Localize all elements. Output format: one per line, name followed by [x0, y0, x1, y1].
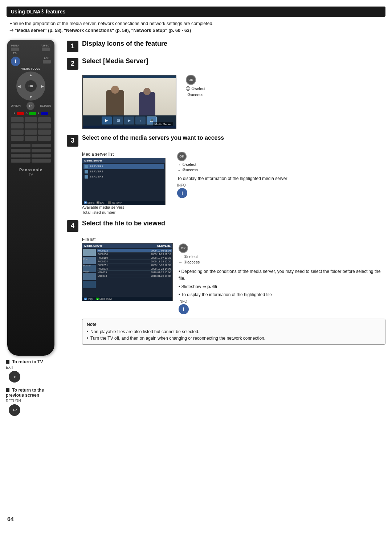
- step-3-number: 3: [67, 135, 78, 147]
- step4-select-row: → ①select: [179, 254, 385, 259]
- bottom-btn-6[interactable]: [32, 154, 51, 158]
- file-list-screen: Media Server SERVER1: [82, 243, 173, 301]
- bottom-btn-5[interactable]: [11, 154, 30, 158]
- file-list-wrap: File list Media Server SERVER1: [82, 237, 173, 301]
- exit-circle-button[interactable]: ●: [9, 371, 20, 383]
- file-row-2: P0001302009-11-29 12:18: [97, 253, 172, 256]
- num-5[interactable]: [25, 123, 37, 128]
- num-1[interactable]: [11, 117, 24, 122]
- server-item-2: SERVER2: [83, 169, 164, 174]
- dpad-left[interactable]: ◀: [18, 84, 21, 88]
- thumb-1: [83, 249, 96, 256]
- note-item-1: Non-playable files are also listed but c…: [87, 328, 381, 335]
- step-2-number: 2: [67, 58, 78, 70]
- step-3-block: 3 Select one of the media servers you wa…: [67, 134, 385, 147]
- server-icon-1: [85, 165, 88, 168]
- menu-button[interactable]: [11, 48, 19, 51]
- file-list-title-bar: Media Server SERVER1: [82, 244, 172, 248]
- exit-group: EXIT: [43, 57, 51, 66]
- dpad-down[interactable]: ▼: [29, 95, 33, 99]
- bottom-btn-3[interactable]: [11, 149, 30, 152]
- step3-access-row: → ②access: [177, 168, 385, 172]
- green-button[interactable]: [29, 112, 36, 115]
- access-label: ②access: [187, 93, 203, 97]
- file-list-footer: ●Play ●Slide show: [82, 297, 172, 301]
- return-button[interactable]: ↩: [26, 102, 34, 110]
- bottom-btn-7[interactable]: [11, 159, 30, 163]
- return-to-prev-control: To return to the previous screen RETURN …: [6, 388, 58, 416]
- color-buttons: R G B: [11, 112, 51, 115]
- server-list-screen: Media Server SERVER1 SERVER2: [82, 158, 165, 205]
- step3-info-text: To display the information of the highli…: [177, 175, 385, 182]
- char-1: [106, 90, 124, 115]
- number-pad: [11, 117, 51, 141]
- step4-note2: • To display the information of the high…: [179, 291, 385, 298]
- num-9[interactable]: [38, 130, 51, 135]
- file-list-col: P0001022009-10-05 09:54 P0001302009-11-2…: [97, 249, 172, 288]
- step4-note1: • Depending on the conditions of the med…: [179, 268, 385, 282]
- note-item-2: Turn the TV off, and then on again when …: [87, 335, 381, 342]
- header-title: Using DLNA® features: [11, 9, 65, 15]
- red-button[interactable]: [17, 112, 24, 115]
- server-icon-2: [85, 170, 88, 173]
- file-list-label: File list: [82, 237, 173, 242]
- dpad[interactable]: ▲ ▼ ◀ ▶ OK: [16, 71, 45, 101]
- server-list-screenshot: Media Server SERVER1 SERVER2: [82, 158, 166, 205]
- info-icon-step3: i: [177, 188, 187, 198]
- footer-return: ↩RETURN: [108, 201, 122, 204]
- step-2-screenshot: ▶ 🖼 ▶ ♪ 💻: [82, 75, 176, 129]
- file-list-body: P0001022009-10-05 09:54 P0001302009-11-2…: [82, 248, 172, 289]
- bottom-btn-2[interactable]: [32, 144, 51, 147]
- info-button[interactable]: i: [11, 57, 20, 66]
- menu-icon-video: ▶: [124, 116, 134, 124]
- dpad-up[interactable]: ▲: [29, 73, 33, 77]
- aspect-button[interactable]: [42, 48, 50, 51]
- bottom-controls: To return to TV EXIT ● To return to the …: [0, 356, 62, 416]
- num-6[interactable]: [38, 123, 51, 128]
- thumb-5: [83, 281, 96, 288]
- file-row-1: P0001022009-10-05 09:54: [97, 249, 172, 253]
- step4-ok-indicator: OK → ①select → ②access: [179, 244, 385, 265]
- bottom-btn-1[interactable]: [11, 144, 30, 147]
- exit-button[interactable]: [43, 60, 51, 64]
- num-8[interactable]: [25, 130, 37, 135]
- blue-button[interactable]: [41, 112, 48, 115]
- num-extra1[interactable]: [25, 136, 37, 141]
- num-4[interactable]: [11, 123, 24, 128]
- footer-slideshow: ●Slide show: [96, 298, 112, 300]
- ok-circle-icon: OK: [186, 75, 196, 85]
- server-item-1: SERVER1: [83, 164, 164, 169]
- bottom-btn-4[interactable]: [32, 149, 51, 152]
- step4-ok-row: OK: [179, 244, 385, 253]
- num-7[interactable]: [11, 130, 24, 135]
- file-row-6: P0002752009-13-23 14:06: [97, 267, 172, 271]
- section-header: Using DLNA® features: [7, 7, 385, 17]
- file-row-5: P0002512009-13-18 12:39: [97, 263, 172, 267]
- footer-exit: ●EXIT: [97, 201, 106, 204]
- tv-screen-inner: ▶ 🖼 ▶ ♪ 💻: [83, 75, 176, 128]
- step-4-block: 4 Select the file to be viewed: [67, 220, 385, 232]
- num-3[interactable]: [38, 117, 51, 122]
- bottom-btn-8[interactable]: [32, 159, 51, 163]
- step-2-block: 2 Select [Media Server]: [67, 57, 385, 70]
- step3-select-row: → ①select: [177, 162, 385, 167]
- menu-icon-media: ▶: [102, 116, 112, 124]
- num-2[interactable]: [25, 117, 37, 122]
- step-3-left: Media server list Media Server SERVER1 S…: [82, 152, 171, 214]
- ok-indicator: OK ① ①select ②access: [186, 75, 205, 97]
- ok-button[interactable]: OK: [25, 80, 37, 92]
- menu-button-group: MENU EB: [11, 44, 19, 54]
- step4-info-label: INFO i: [179, 299, 385, 314]
- file-row-8: M100432010-01-20 10:08: [97, 274, 172, 278]
- total-listed-label: Total listed number: [82, 210, 171, 214]
- file-list-side-labels: Print Format View: [83, 258, 91, 273]
- return-circle-button[interactable]: ↩: [9, 404, 20, 416]
- step3-info-label: INFO i: [177, 183, 385, 198]
- note-box: Note Non-playable files are also listed …: [82, 319, 385, 345]
- return-to-prev-label: To return to the previous screen: [6, 388, 58, 398]
- step-4-content: File list Media Server SERVER1: [82, 237, 385, 314]
- viera-tools-label: VIERA TOOLS: [11, 68, 51, 70]
- num-extra2[interactable]: [38, 136, 51, 141]
- dpad-right[interactable]: ▶: [41, 84, 44, 88]
- num-0[interactable]: [11, 136, 24, 141]
